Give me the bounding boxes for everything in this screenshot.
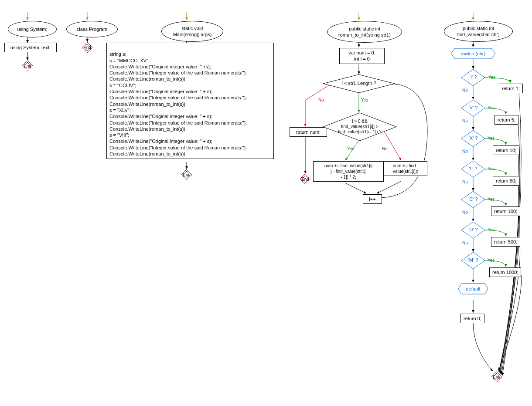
- yes-label: Yes: [488, 227, 494, 232]
- text: 'L' ?: [464, 166, 482, 172]
- text: 'I' ?: [465, 74, 481, 80]
- text: public static int find_value(char chr): [457, 25, 499, 38]
- cond1-diamond: i < str1.Length ?: [323, 74, 395, 93]
- cond2-diamond: i > 0 && find_value(str1[i]) > find_valu…: [323, 112, 397, 141]
- text: return 50;: [496, 178, 516, 184]
- text: using System;: [17, 26, 47, 32]
- text: using System.Text;: [10, 44, 51, 51]
- text: num += find_value(str1[i] ) - find_value…: [324, 163, 372, 180]
- case-C: 'C' ?: [461, 191, 485, 208]
- end-col5: End: [491, 371, 502, 382]
- text: string s; s = "MMCCCLXV"; Console.WriteL…: [109, 51, 247, 156]
- return-500: return 500;: [491, 237, 520, 247]
- no-label: No: [462, 149, 468, 154]
- text: return 1;: [502, 85, 520, 91]
- text: 'C' ?: [464, 196, 482, 202]
- return-100: return 100;: [491, 206, 520, 216]
- no-label: No: [462, 118, 468, 123]
- cond2-yes-rect: num += find_value(str1[i] ) - find_value…: [313, 161, 384, 182]
- yes-label: Yes: [488, 258, 494, 263]
- init-rect: var num = 0; int i = 0: [339, 48, 385, 64]
- text: return 0;: [464, 315, 481, 321]
- text: 'X' ?: [464, 135, 482, 141]
- roman-to-int-ellipse: public static int roman_to_int(string st…: [327, 21, 402, 43]
- return-num-rect: return num;: [290, 127, 327, 137]
- switch-hex: switch (chr): [450, 48, 496, 59]
- yes-label: Yes: [488, 197, 494, 202]
- no-label: No: [382, 146, 388, 151]
- yes-label: Yes: [361, 98, 368, 102]
- text: return 500;: [494, 239, 517, 245]
- end-col1: End: [22, 60, 33, 71]
- yes-label: Yes: [488, 166, 494, 171]
- text: default: [466, 286, 480, 291]
- text: static void Main(string[] args): [173, 25, 212, 38]
- text: return 10;: [496, 147, 516, 153]
- end-text: End: [83, 45, 91, 50]
- text: public static int roman_to_int(string st…: [338, 26, 391, 38]
- end-text: End: [183, 173, 191, 177]
- case-M: 'M' ?: [461, 252, 485, 269]
- text: 'M' ?: [464, 257, 483, 263]
- yes-label: Yes: [347, 146, 354, 151]
- find-value-ellipse: public static int find_value(char chr): [444, 21, 513, 42]
- return-50: return 50;: [493, 176, 519, 186]
- main-body-rect: string s; s = "MMCCCLXV"; Console.WriteL…: [106, 43, 274, 159]
- text: return num;: [296, 129, 321, 135]
- yes-label: Yes: [488, 75, 495, 80]
- text: i < str1.Length ?: [337, 81, 380, 86]
- text: switch (chr): [461, 51, 485, 56]
- no-label: No: [318, 98, 324, 102]
- text: i > 0 && find_value(str1[i]) > find_valu…: [334, 119, 386, 135]
- return-5: return 5;: [494, 115, 518, 125]
- return-0: return 0;: [460, 314, 484, 323]
- return-1000: return 1000;: [489, 267, 521, 277]
- no-label: No: [462, 240, 468, 245]
- text: 'D' ?: [464, 227, 482, 233]
- text: return 5;: [498, 117, 515, 123]
- text: return 100;: [494, 208, 517, 214]
- text: return 1000;: [492, 269, 518, 275]
- case-L: 'L' ?: [461, 160, 485, 178]
- return-1: return 1;: [499, 84, 523, 93]
- yes-label: Yes: [488, 105, 494, 110]
- using-system-text-rect: using System.Text;: [4, 43, 57, 52]
- default-hex: default: [458, 283, 488, 294]
- cond2-no-rect: num += find_ value(str1[i]);: [384, 161, 427, 176]
- main-ellipse: static void Main(string[] args): [161, 21, 223, 42]
- no-label: No: [462, 210, 468, 215]
- text: i++: [369, 196, 375, 202]
- return-10: return 10;: [493, 145, 519, 155]
- case-V: 'V' ?: [461, 99, 485, 117]
- end-text: End: [301, 177, 309, 182]
- using-system-ellipse: using System;: [8, 21, 57, 37]
- no-label: No: [462, 88, 468, 93]
- case-D: 'D' ?: [461, 221, 485, 239]
- end-text: End: [493, 375, 501, 379]
- end-col3: End: [181, 169, 192, 180]
- text: num += find_ value(str1[i]);: [393, 163, 418, 174]
- end-text: End: [24, 64, 31, 68]
- class-program-ellipse: class Program: [66, 21, 118, 37]
- yes-label: Yes: [488, 136, 494, 141]
- text: class Program: [77, 26, 107, 32]
- text: 'V' ?: [464, 105, 482, 111]
- end-col2: End: [82, 42, 93, 53]
- end-col4: End: [300, 173, 311, 185]
- inc-rect: i++: [363, 194, 382, 204]
- case-X: 'X' ?: [461, 130, 485, 147]
- no-label: No: [462, 179, 468, 184]
- case-I: 'I' ?: [461, 69, 485, 86]
- text: var num = 0; int i = 0: [348, 50, 375, 62]
